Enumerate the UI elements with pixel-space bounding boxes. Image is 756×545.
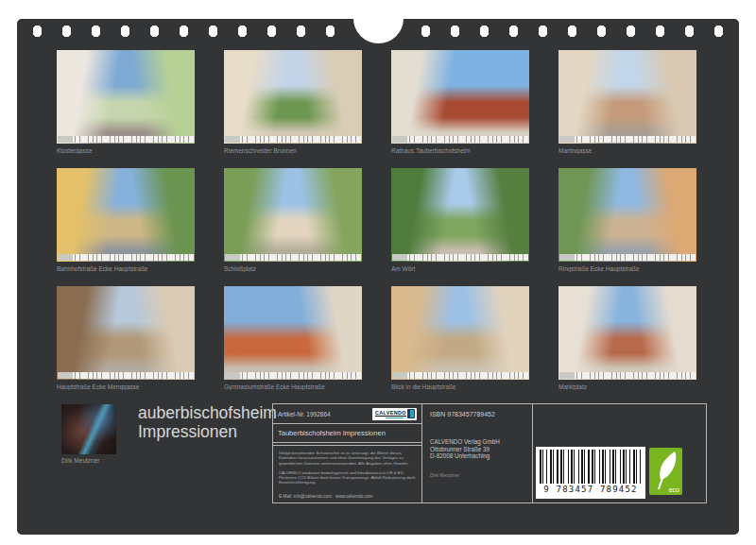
month-photo [57, 168, 195, 262]
legal-paragraph-2: CALVENDO produziert bedarfsgerecht und k… [279, 470, 416, 485]
mini-calendar-strip [559, 254, 696, 261]
thumb-caption: Am Wört [391, 265, 529, 272]
thumb-caption: Blick in die Hauptstraße [391, 383, 529, 390]
calendar-month-thumb: Gymnasiumstraße Ecke Hauptstraße [224, 286, 362, 390]
mini-calendar-strip [225, 136, 361, 143]
mini-calendar-strip [58, 372, 194, 379]
author-name: Dirk Meutzner [61, 457, 99, 464]
imprint-column-right: 9 783457 789452 eco [533, 404, 706, 502]
binding-holes-right [411, 25, 733, 38]
cover-title-line2: Impressionen [138, 422, 277, 441]
calendar-month-thumb: Marktplatz [558, 286, 696, 390]
month-photo [558, 286, 696, 380]
month-photo [57, 50, 195, 144]
calendar-month-thumb: Riemenschneider Brunnen [224, 50, 362, 154]
imprint-box: Artikel-Nr. 1992864 CALVENDO Tauberbisch… [272, 403, 707, 503]
calendar-month-thumb: Hauptstraße Ecke Menggasse [57, 286, 195, 390]
mini-calendar-strip [58, 136, 194, 143]
thumb-caption: Schloßplatz [224, 265, 362, 272]
thumb-caption: Hauptstraße Ecke Menggasse [57, 383, 195, 390]
calvendo-logo: CALVENDO [372, 408, 417, 420]
month-photo [558, 50, 696, 144]
cover-panel: KlostergasseRiemenschneider BrunnenRatha… [17, 19, 739, 535]
calendar-month-thumb: Am Wört [391, 168, 529, 272]
mini-calendar-strip [58, 254, 194, 261]
calendar-month-thumb: Ringstraße Ecke Hauptstraße [558, 168, 696, 272]
series-title: Tauberbischofsheim Impressionen [273, 424, 421, 443]
leaf-icon [652, 451, 679, 490]
calvendo-tagline [386, 417, 404, 418]
publisher-address: CALVENDO Verlag GmbH Ottobrunner Straße … [430, 438, 524, 460]
thumb-caption: Martingasse [558, 147, 696, 154]
article-number: Artikel-Nr. 1992864 [278, 411, 331, 417]
month-photo [224, 286, 362, 380]
binding-holes-left [23, 25, 345, 38]
thumb-caption: Marktplatz [558, 383, 696, 390]
thumbnail-grid: KlostergasseRiemenschneider BrunnenRatha… [57, 50, 696, 390]
imprint-column-middle: ISBN 9783457789452 CALVENDO Verlag GmbH … [422, 404, 533, 502]
eco-label: eco [669, 486, 679, 493]
calendar-month-thumb: Schloßplatz [224, 168, 362, 272]
calendar-month-thumb: Rathaus Tauberbischofsheim [391, 50, 529, 154]
barcode-number: 9 783457 789452 [540, 485, 642, 494]
calendar-back-cover: KlostergasseRiemenschneider BrunnenRatha… [0, 0, 756, 545]
calendar-month-thumb: Bahnhofstraße Ecke Hauptstraße [57, 168, 195, 272]
mini-calendar-strip [392, 136, 528, 143]
publisher-line-1: CALVENDO Verlag GmbH [430, 438, 524, 446]
publisher-line-2: Ottobrunner Straße 39 [430, 446, 524, 453]
month-photo [57, 286, 195, 380]
author-photo [61, 404, 116, 454]
author-credit: Dirk Meutzner [430, 472, 524, 478]
thumb-caption: Riemenschneider Brunnen [224, 147, 362, 154]
mini-calendar-strip [392, 372, 528, 379]
calendar-month-thumb: Blick in die Hauptstraße [391, 286, 529, 390]
thumb-caption: Rathaus Tauberbischofsheim [391, 147, 529, 154]
isbn-text: ISBN 9783457789452 [430, 411, 524, 417]
mini-calendar-strip [559, 372, 696, 379]
month-photo [558, 168, 696, 262]
thumb-caption: Gymnasiumstraße Ecke Hauptstraße [224, 383, 362, 390]
thumb-caption: Klostergasse [57, 147, 195, 154]
month-photo [224, 50, 362, 144]
mini-calendar-strip [225, 372, 361, 379]
calvendo-wordmark: CALVENDO [375, 410, 406, 417]
legal-cell: Infolge bestehender Schutzrechte ist es … [273, 445, 421, 502]
ean-barcode: 9 783457 789452 [536, 447, 645, 499]
barcode-bars [540, 450, 642, 484]
eco-logo: eco [649, 448, 682, 495]
month-photo [391, 168, 529, 262]
publisher-line-3: D-82008 Unterhaching [430, 452, 524, 460]
mini-calendar-strip [392, 254, 528, 261]
cover-title-line1: auberbischofsheim [138, 403, 277, 422]
thumb-caption: Ringstraße Ecke Hauptstraße [558, 265, 696, 272]
calendar-month-thumb: Martingasse [558, 50, 696, 154]
month-photo [391, 286, 529, 380]
calendar-month-thumb: Klostergasse [57, 50, 195, 154]
cover-title: auberbischofsheim Impressionen [138, 403, 277, 441]
hanging-notch [353, 0, 404, 43]
article-number-row: Artikel-Nr. 1992864 CALVENDO [273, 404, 421, 424]
legal-paragraph-1: Infolge bestehender Schutzrechte ist es … [279, 451, 416, 466]
mini-calendar-strip [225, 254, 361, 261]
thumb-caption: Bahnhofstraße Ecke Hauptstraße [57, 265, 195, 272]
contact-line: E-Mail: info@calvendo.com · www.calvendo… [279, 494, 416, 500]
month-photo [224, 168, 362, 262]
mini-calendar-strip [559, 136, 696, 143]
imprint-column-left: Artikel-Nr. 1992864 CALVENDO Tauberbisch… [273, 404, 422, 502]
calvendo-flipchart-icon [407, 409, 415, 418]
month-photo [391, 50, 529, 144]
